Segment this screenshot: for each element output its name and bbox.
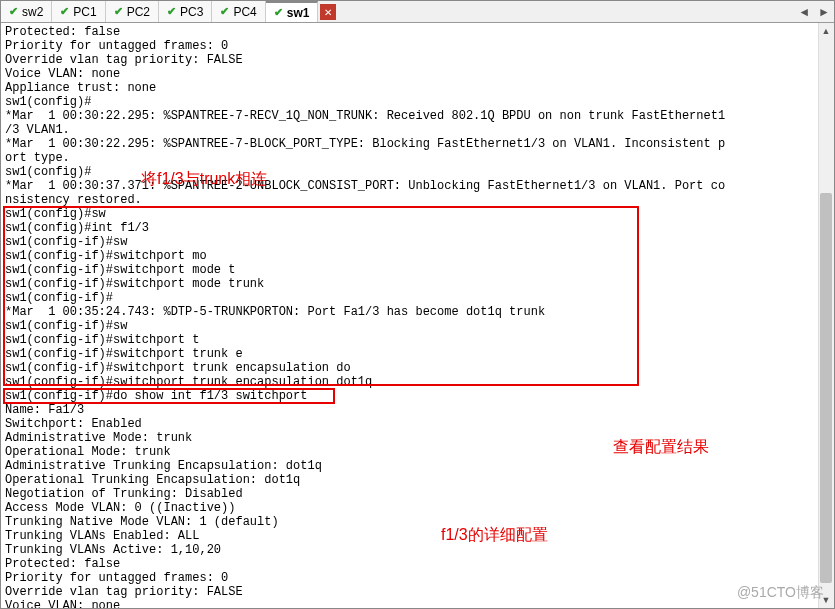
tab-pc2[interactable]: ✔PC2	[106, 1, 159, 22]
check-icon: ✔	[274, 6, 283, 19]
check-icon: ✔	[9, 5, 18, 18]
tab-nav-right[interactable]: ►	[818, 5, 830, 19]
check-icon: ✔	[60, 5, 69, 18]
tab-label: PC3	[180, 5, 203, 19]
tab-label: PC2	[127, 5, 150, 19]
tab-pc3[interactable]: ✔PC3	[159, 1, 212, 22]
tab-label: PC1	[73, 5, 96, 19]
scroll-thumb[interactable]	[820, 193, 832, 583]
terminal-output: Protected: false Priority for untagged f…	[1, 23, 834, 608]
scroll-up-arrow[interactable]: ▲	[818, 23, 834, 39]
check-icon: ✔	[220, 5, 229, 18]
tab-nav: ◄ ►	[798, 1, 830, 23]
annotation-check-result: 查看配置结果	[613, 437, 709, 458]
tab-label: sw2	[22, 5, 43, 19]
tab-pc4[interactable]: ✔PC4	[212, 1, 265, 22]
tab-label: PC4	[233, 5, 256, 19]
tab-sw2[interactable]: ✔sw2	[1, 1, 52, 22]
terminal-pane[interactable]: Protected: false Priority for untagged f…	[1, 23, 834, 608]
tab-label: sw1	[287, 6, 310, 20]
tab-bar: ✔sw2 ✔PC1 ✔PC2 ✔PC3 ✔PC4 ✔sw1 ✕ ◄ ►	[1, 1, 834, 23]
tab-nav-left[interactable]: ◄	[798, 5, 810, 19]
watermark: @51CTO博客	[737, 584, 824, 602]
tab-sw1[interactable]: ✔sw1	[266, 1, 319, 22]
tab-pc1[interactable]: ✔PC1	[52, 1, 105, 22]
check-icon: ✔	[114, 5, 123, 18]
scrollbar[interactable]: ▲ ▼	[818, 23, 834, 608]
annotation-trunk-connect: 将f1/3与trunk相连	[141, 169, 267, 190]
annotation-detail-config: f1/3的详细配置	[441, 525, 548, 546]
check-icon: ✔	[167, 5, 176, 18]
close-tab-button[interactable]: ✕	[320, 4, 336, 20]
